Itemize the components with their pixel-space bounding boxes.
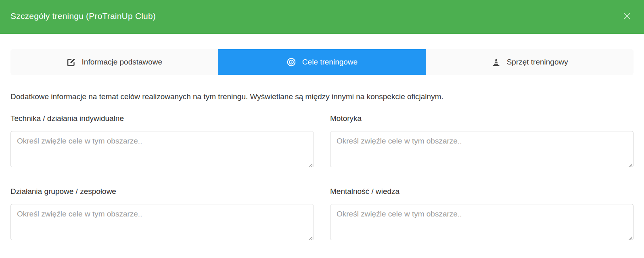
field-dzialania-grupowe: Działania grupowe / zespołowe (10, 187, 314, 240)
modal-title: Szczegóły treningu (ProTrainUp Club) (10, 11, 156, 21)
tab-label: Cele treningowe (302, 58, 358, 67)
edit-icon (67, 58, 76, 67)
field-motoryka: Motoryka (330, 114, 634, 167)
tab-sprzet-treningowy[interactable]: Sprzęt treningowy (426, 49, 634, 75)
close-button[interactable] (622, 11, 632, 21)
target-icon (286, 57, 296, 67)
resize-handle-icon[interactable] (308, 162, 313, 166)
field-label-motoryka: Motoryka (330, 114, 634, 123)
field-label-dzialania-grupowe: Działania grupowe / zespołowe (10, 187, 314, 196)
cone-icon (491, 58, 501, 67)
resize-handle-icon[interactable] (308, 235, 313, 239)
field-label-technika: Technika / działania indywidualne (10, 114, 314, 123)
resize-handle-icon[interactable] (628, 235, 632, 239)
tab-description: Dodatkowe informacje na temat celów real… (10, 92, 634, 102)
tab-label: Sprzęt treningowy (507, 58, 568, 67)
modal-body: Informacje podstawowe Cele treningowe (0, 49, 644, 240)
mentalnosc-textarea[interactable] (330, 204, 634, 240)
motoryka-textarea[interactable] (330, 131, 634, 167)
tabbar: Informacje podstawowe Cele treningowe (10, 49, 634, 75)
field-technika: Technika / działania indywidualne (10, 114, 314, 167)
goal-fields-grid: Technika / działania indywidualne Motory… (10, 114, 634, 240)
field-mentalnosc: Mentalność / wiedza (330, 187, 634, 240)
field-label-mentalnosc: Mentalność / wiedza (330, 187, 634, 196)
resize-handle-icon[interactable] (628, 162, 632, 166)
technika-textarea[interactable] (10, 131, 314, 167)
tab-informacje-podstawowe[interactable]: Informacje podstawowe (10, 49, 218, 75)
tab-label: Informacje podstawowe (82, 58, 163, 67)
modal-header: Szczegóły treningu (ProTrainUp Club) (0, 0, 644, 34)
dzialania-grupowe-textarea[interactable] (10, 204, 314, 240)
tab-cele-treningowe[interactable]: Cele treningowe (218, 49, 426, 75)
close-icon (623, 12, 631, 20)
